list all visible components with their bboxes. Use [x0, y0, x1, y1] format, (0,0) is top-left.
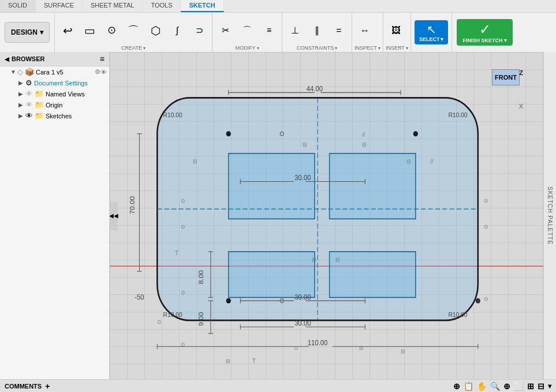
svg-text:⊙: ⊙ [484, 223, 488, 230]
bottom-tool-arrow[interactable]: ▾ [548, 382, 551, 390]
browser-item-doc-settings[interactable]: ▶ ⚙ Document Settings [0, 77, 109, 88]
tab-sheet-metal[interactable]: SHEET METAL [83, 0, 143, 12]
browser-menu-icon[interactable]: ≡ [100, 54, 105, 64]
modify-label[interactable]: MODIFY ▾ [215, 45, 279, 52]
select-icon: ↖ [427, 23, 436, 36]
tab-sketch[interactable]: SKETCH [181, 0, 223, 12]
bottom-tool-2[interactable]: 📋 [464, 382, 473, 391]
bottom-tool-3[interactable]: ✋ [477, 382, 487, 391]
expand-cara-arrow[interactable]: ▼ [10, 69, 17, 75]
create-rect-btn[interactable]: ▭ [79, 18, 100, 43]
origin-folder-icon: 📁 [35, 100, 44, 109]
finish-sketch-label: FINISH SKETCH ▾ [462, 38, 507, 43]
insert-label[interactable]: INSERT ▾ [386, 45, 408, 52]
dim-110: 110.00 [308, 339, 328, 348]
inspect-label[interactable]: INSPECT ▾ [355, 45, 380, 52]
component-icon: ◇ [17, 68, 23, 76]
create-label[interactable]: CREATE ▾ [57, 45, 210, 52]
x-axis-label: X [519, 103, 523, 110]
expand-doc-arrow[interactable]: ▶ [18, 80, 25, 86]
select-label: SELECT ▾ [419, 36, 444, 42]
modify-fillet-btn[interactable]: ✂ [215, 18, 236, 43]
corner-dot-br [476, 298, 480, 303]
toolbar-tabs: SOLID SURFACE SHEET METAL TOOLS SKETCH [0, 0, 556, 13]
svg-text:⊙: ⊙ [484, 197, 488, 204]
svg-text://: // [431, 158, 434, 165]
browser-collapse-arrow[interactable]: ◀ [5, 56, 9, 62]
expand-named-views-arrow[interactable]: ▶ [18, 91, 25, 97]
svg-text:⊟: ⊟ [406, 158, 411, 165]
cara-settings-icon[interactable]: ⚙ [95, 68, 100, 76]
dim-44: 44.00 [307, 85, 323, 94]
view-cube: Z X FRONT [488, 58, 523, 92]
sketch-canvas[interactable]: 44.00 110.00 70.00 -50 30.00 [110, 52, 543, 379]
create-circle-btn[interactable]: ⊙ [101, 18, 122, 43]
browser-title: BROWSER [12, 55, 44, 62]
tab-surface[interactable]: SURFACE [36, 0, 83, 12]
create-line-btn[interactable]: ↩ [57, 18, 78, 43]
dim-70: 70.00 [129, 196, 136, 214]
browser-item-sketches[interactable]: ▶ 👁 📁 Sketches [0, 110, 109, 121]
bottom-tool-8[interactable]: ⊟ [538, 382, 544, 391]
finish-sketch-button[interactable]: ✓ FINISH SKETCH ▾ [457, 19, 513, 46]
browser-item-named-views[interactable]: ▶ 👁 📁 Named Views [0, 88, 109, 99]
create-conic-btn[interactable]: ⊃ [189, 18, 210, 43]
modify-mirror-btn[interactable]: ≡ [259, 18, 279, 43]
create-spline-btn[interactable]: ∫ [167, 18, 188, 43]
sketch-palette-panel[interactable]: SKETCH PALETTE [543, 52, 556, 379]
radius-tl: R10.00 [163, 111, 182, 119]
browser-item-cara[interactable]: ▼ ◇ 📦 Cara 1 v5 ⚙ 👁 [0, 66, 109, 77]
create-group: ↩ ▭ ⊙ ⌒ ⬡ ∫ ⊃ CREATE ▾ [55, 13, 212, 52]
constraint-equal-btn[interactable]: = [329, 18, 349, 43]
insert-image-btn[interactable]: 🖼 [386, 18, 406, 43]
bottom-tool-5[interactable]: ⊕ [503, 382, 510, 391]
svg-text:⊟: ⊟ [226, 357, 230, 364]
bottom-tools: ⊕ 📋 ✋ 🔍 ⊕ ⬜ ⊞ ⊟ ▾ [453, 382, 551, 391]
tools-row: DESIGN ▾ ↩ ▭ ⊙ ⌒ ⬡ ∫ ⊃ CREATE ▾ ✂ ⌒ ≡ MO… [0, 13, 556, 52]
svg-text:⊙: ⊙ [157, 318, 162, 325]
nav-collapse-left[interactable]: ◀◀ [110, 201, 118, 230]
expand-origin-arrow[interactable]: ▶ [18, 102, 25, 108]
finish-check-icon: ✓ [479, 21, 491, 38]
origin-eye-icon: 👁 [25, 100, 33, 109]
comments-label: COMMENTS [5, 383, 42, 390]
modify-offset-btn[interactable]: ⌒ [237, 18, 258, 43]
constraint-parallel-btn[interactable]: ∥ [307, 18, 327, 43]
radius-bl: R10.00 [163, 311, 182, 319]
inner-rect-br [330, 252, 416, 297]
constraint-coincident-btn[interactable]: ⊥ [285, 18, 305, 43]
constraints-label[interactable]: CONSTRAINTS ▾ [285, 45, 349, 52]
doc-settings-label: Document Settings [34, 80, 107, 87]
create-arc-btn[interactable]: ⌒ [123, 18, 144, 43]
corner-dot-tr [413, 131, 418, 136]
canvas-area[interactable]: 44.00 110.00 70.00 -50 30.00 [110, 52, 543, 379]
comments-bar: COMMENTS + ⊕ 📋 ✋ 🔍 ⊕ ⬜ ⊞ ⊟ ▾ [0, 379, 556, 392]
dim-neg50: -50 [135, 293, 144, 301]
svg-text:⊟: ⊟ [193, 158, 197, 165]
finish-group: ✓ FINISH SKETCH ▾ [452, 13, 517, 52]
create-buttons: ↩ ▭ ⊙ ⌒ ⬡ ∫ ⊃ [57, 13, 210, 45]
design-button[interactable]: DESIGN ▾ [5, 22, 50, 43]
corner-dot-tl [226, 131, 231, 136]
dim-30c: 30.00 [294, 319, 311, 327]
bottom-tool-4[interactable]: 🔍 [490, 382, 500, 391]
browser-item-origin[interactable]: ▶ 👁 📁 Origin [0, 99, 109, 110]
expand-sketches-arrow[interactable]: ▶ [18, 113, 25, 119]
sketches-label: Sketches [46, 113, 107, 120]
bottom-tool-7[interactable]: ⊞ [527, 382, 534, 391]
bottom-tool-6[interactable]: ⬜ [514, 382, 524, 391]
cara-visibility-icon[interactable]: 👁 [100, 69, 107, 76]
inspect-group: ↔ INSPECT ▾ [352, 13, 383, 52]
create-polygon-btn[interactable]: ⬡ [145, 18, 166, 43]
bottom-tool-1[interactable]: ⊕ [453, 382, 460, 391]
dim-30a: 30.00 [294, 174, 311, 182]
sketches-eye-icon: 👁 [25, 111, 33, 120]
tab-solid[interactable]: SOLID [0, 0, 36, 12]
view-front-button[interactable]: FRONT [492, 69, 520, 85]
select-button[interactable]: ↖ SELECT ▾ [415, 20, 449, 44]
comments-add-icon[interactable]: + [45, 382, 50, 391]
svg-text:⊙: ⊙ [181, 289, 185, 296]
browser-content: ▼ ◇ 📦 Cara 1 v5 ⚙ 👁 ▶ ⚙ Document Setting… [0, 66, 109, 379]
tab-tools[interactable]: TOOLS [143, 0, 181, 12]
inspect-measure-btn[interactable]: ↔ [355, 18, 375, 43]
